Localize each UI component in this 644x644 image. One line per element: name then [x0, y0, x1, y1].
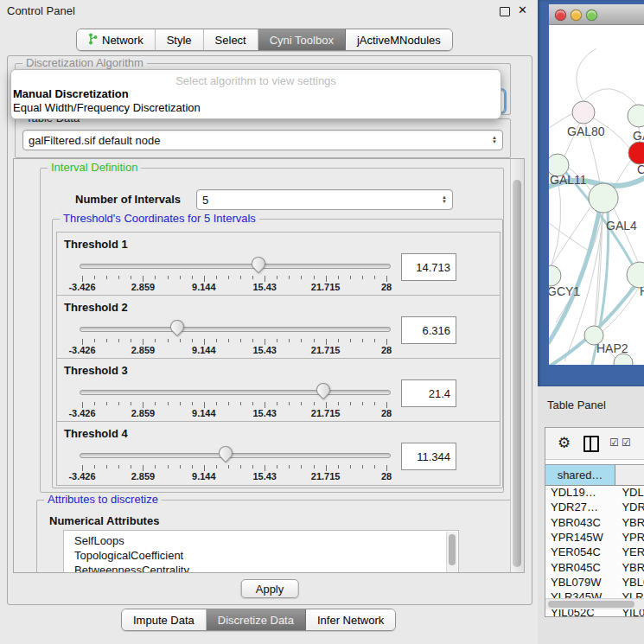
- number-of-intervals-combobox[interactable]: 5 ▲▼: [196, 189, 453, 210]
- slider-track[interactable]: [80, 390, 391, 395]
- threshold-slider[interactable]: -3.4262.8599.14415.4321.71528: [80, 446, 389, 482]
- slider-track[interactable]: [80, 453, 391, 458]
- slider-thumb[interactable]: [314, 380, 334, 400]
- settings-scrollbar-thumb[interactable]: [513, 180, 521, 567]
- slider-thumb[interactable]: [216, 443, 236, 463]
- minimize-traffic-light-icon[interactable]: [571, 10, 582, 21]
- slider-tick-label: 21.715: [300, 471, 352, 481]
- attribute-item[interactable]: SelfLoops: [64, 533, 458, 548]
- column-header-shared[interactable]: shared…: [545, 465, 615, 485]
- threshold-slider[interactable]: -3.4262.8599.14415.4321.71528: [80, 320, 389, 356]
- table-hscrollbar[interactable]: [545, 598, 644, 609]
- slider-tick: [228, 276, 229, 279]
- attribute-item[interactable]: TopologicalCoefficient: [64, 548, 458, 563]
- slider-tick: [240, 465, 241, 469]
- threshold-value-field[interactable]: 6.316: [401, 316, 456, 344]
- apply-button[interactable]: Apply: [241, 579, 299, 598]
- slider-tick: [204, 402, 205, 408]
- column-header-name[interactable]: na: [615, 465, 644, 485]
- slider-tick: [326, 276, 327, 282]
- list-scrollbar[interactable]: [446, 532, 457, 573]
- table-row[interactable]: YDR27…YDR2: [545, 500, 644, 514]
- algorithm-dropdown-popup: Select algorithm to view settings Manual…: [10, 69, 501, 119]
- numerical-attributes-list[interactable]: SelfLoopsTopologicalCoefficientBetweenne…: [63, 530, 459, 573]
- slider-tick-label: 9.144: [178, 282, 230, 292]
- checkbox-checked-icon[interactable]: ☑: [622, 437, 631, 448]
- tab-style-label: Style: [167, 34, 192, 47]
- bottom-tab-discretize-data-label: Discretize Data: [218, 614, 294, 627]
- table-row[interactable]: YBR043CYBR0: [545, 515, 644, 530]
- float-window-icon[interactable]: [500, 7, 510, 16]
- slider-tick-label: 21.715: [300, 408, 352, 418]
- tab-network[interactable]: Network: [77, 29, 156, 50]
- slider-tick: [350, 465, 351, 469]
- bottom-tab-infer-network-label: Infer Network: [317, 614, 384, 627]
- network-canvas[interactable]: GAL80GACGAL11GAL4GCY1HHAP2: [549, 24, 644, 365]
- threshold-panel: Threshold 4-3.4262.8599.14415.4321.71528…: [56, 421, 501, 486]
- slider-tick: [143, 402, 143, 408]
- table-row[interactable]: YBL079WYBL0: [545, 575, 644, 590]
- tab-select[interactable]: Select: [204, 29, 258, 50]
- slider-track[interactable]: [80, 264, 391, 269]
- table-row[interactable]: YBR045CYBR0: [545, 559, 644, 574]
- slider-tick: [228, 339, 229, 342]
- node-top-right[interactable]: [628, 105, 644, 127]
- list-scrollbar-thumb[interactable]: [449, 534, 456, 565]
- bottom-tab-discretize-data[interactable]: Discretize Data: [207, 609, 306, 630]
- slider-tick: [277, 402, 277, 405]
- threshold-slider[interactable]: -3.4262.8599.14415.4321.71528: [80, 383, 389, 419]
- zoom-traffic-light-icon[interactable]: [586, 10, 597, 21]
- network-node-label: GCY1: [549, 284, 580, 298]
- slider-tick: [350, 276, 351, 279]
- threshold-value-field[interactable]: 21.4: [401, 379, 456, 407]
- close-traffic-light-icon[interactable]: [555, 10, 566, 21]
- threshold-panel: Threshold 2-3.4262.8599.14415.4321.71528…: [56, 295, 501, 360]
- gear-icon[interactable]: ⚙: [558, 434, 571, 452]
- number-of-intervals-label: Number of Intervals: [75, 193, 181, 206]
- threshold-slider[interactable]: -3.4262.8599.14415.4321.71528: [80, 257, 389, 293]
- close-icon[interactable]: ✕: [518, 3, 527, 16]
- threshold-value-field[interactable]: 11.344: [401, 443, 456, 470]
- slider-thumb[interactable]: [249, 254, 269, 274]
- slider-tick: [326, 339, 327, 345]
- node-gcy1[interactable]: [549, 265, 561, 286]
- attribute-item[interactable]: BetweennessCentrality: [64, 563, 458, 573]
- slider-thumb[interactable]: [168, 317, 188, 337]
- table-hscrollbar-thumb[interactable]: [548, 601, 634, 608]
- bottom-tab-infer-network[interactable]: Infer Network: [306, 609, 395, 630]
- slider-tick: [82, 339, 83, 345]
- settings-scrollbar[interactable]: [510, 159, 524, 572]
- tab-jactivemnodules[interactable]: jActiveMNodules: [346, 29, 452, 50]
- slider-tick: [216, 339, 217, 342]
- bottom-tab-impute-data-label: Impute Data: [133, 614, 194, 627]
- network-node-label: HAP2: [596, 341, 628, 355]
- slider-tick: [155, 465, 156, 469]
- screenshot-root: Control Panel ✕ NetworkStyleSelectCyni T…: [0, 0, 644, 644]
- table-data-combobox[interactable]: galFiltered.sif default node ▲▼: [22, 130, 503, 150]
- slider-track[interactable]: [80, 327, 391, 332]
- algorithm-option[interactable]: Equal Width/Frequency Discretization: [13, 101, 201, 114]
- slider-tick: [289, 402, 290, 405]
- tab-cyni-toolbox[interactable]: Cyni Toolbox: [258, 29, 346, 50]
- node-gal4[interactable]: [589, 183, 618, 213]
- checkbox-checked-icon[interactable]: ☑: [609, 437, 619, 448]
- slider-tick-label: 2.859: [117, 282, 169, 292]
- table-row[interactable]: YPR145WYPR1: [545, 530, 644, 545]
- algorithm-option[interactable]: Manual Discretization: [13, 87, 129, 100]
- node-gal80[interactable]: [572, 101, 595, 124]
- network-window[interactable]: GAL80GACGAL11GAL4GCY1HHAP2: [549, 4, 644, 365]
- control-panel-titlebar: Control Panel ✕: [0, 0, 538, 21]
- slider-tick: [168, 339, 169, 342]
- table-row[interactable]: YDL19…YDL1: [545, 485, 644, 500]
- slider-tick: [180, 339, 181, 342]
- threshold-value-field[interactable]: 14.713: [401, 253, 456, 281]
- slider-tick: [301, 465, 302, 469]
- slider-tick: [252, 276, 253, 279]
- slider-tick: [180, 402, 181, 405]
- tab-style[interactable]: Style: [156, 29, 204, 50]
- column-layout-icon[interactable]: [583, 436, 599, 452]
- table-row[interactable]: YER054CYER0: [545, 545, 644, 559]
- bottom-tab-impute-data[interactable]: Impute Data: [122, 609, 207, 630]
- slider-tick: [143, 339, 143, 345]
- slider-tick: [338, 339, 339, 342]
